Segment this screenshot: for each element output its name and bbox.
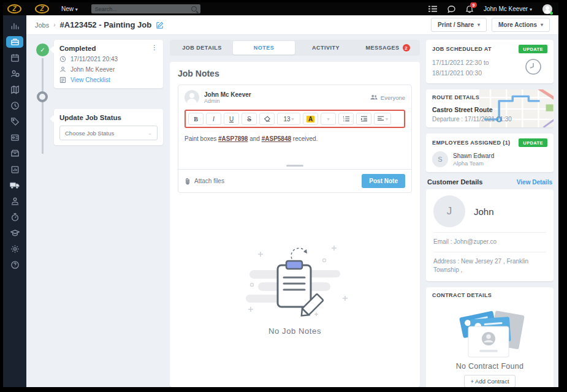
global-search[interactable] [91, 4, 200, 13]
note-text-input[interactable]: Paint boxes #ASP7898 and #ASP5848 receiv… [178, 132, 411, 164]
user-avatar[interactable] [542, 4, 552, 14]
queue-list-icon[interactable] [428, 6, 437, 12]
sidebar-item-tags[interactable] [6, 116, 23, 127]
brand-logo-icon[interactable]: Z [35, 4, 49, 13]
scheduled-heading: JOB SCHEDULED AT [432, 46, 492, 52]
tab-activity[interactable]: ACTIVITY [295, 41, 357, 55]
checklist-icon [59, 77, 66, 83]
sidebar-item-help-icon[interactable] [6, 259, 23, 271]
sidebar-item-reports[interactable] [6, 164, 23, 175]
status-next-node [37, 91, 48, 102]
tab-job-details[interactable]: JOB DETAILS [171, 41, 233, 55]
update-status-title: Update Job Status [59, 114, 121, 121]
bold-button[interactable]: B [188, 113, 204, 125]
customer-name[interactable]: John [474, 206, 494, 217]
paperclip-icon [185, 178, 191, 185]
sidebar-item-timer[interactable] [6, 211, 23, 223]
contract-heading: CONTRACT DETAILS [432, 292, 492, 298]
sidebar-item-dispatch[interactable] [6, 179, 23, 191]
status-title: Completed [59, 45, 96, 52]
breadcrumb-jobs[interactable]: Jobs [35, 21, 49, 29]
empty-notes-state: No Job Notes [178, 193, 412, 380]
customer-avatar: J [433, 195, 465, 227]
user-menu[interactable]: John Mc Keever ▾ [484, 6, 532, 12]
align-button[interactable]: ▾ [374, 113, 391, 125]
job-notes-heading: Job Notes [178, 69, 412, 78]
breadcrumb: Jobs › #A123452 - Painting Job Print / S… [26, 15, 558, 35]
editor-resize-handle[interactable] [286, 165, 303, 167]
ordered-list-button[interactable] [338, 113, 354, 125]
view-checklist-link[interactable]: View Checklist [70, 77, 110, 83]
status-timeline-panel: ✓ Completed ⋮ 17/11/2021 20:43 [34, 40, 164, 387]
new-menu-button[interactable]: New ▾ [61, 6, 78, 12]
clear-format-eraser-button[interactable] [259, 113, 275, 125]
sidebar-item-settings-gear-icon[interactable] [6, 243, 23, 255]
employee-row[interactable]: S Shawn Edward Alpha Team [432, 151, 547, 167]
job-status-select[interactable]: Choose Job Status⌄ [59, 126, 158, 140]
indent-button[interactable] [356, 113, 371, 125]
formatting-toolbar: B I U S 13▾ A ▾ ▾ [185, 110, 405, 128]
clock-icon [59, 56, 66, 62]
text-color-button[interactable]: A [303, 113, 318, 125]
update-schedule-button[interactable]: UPDATE [519, 45, 547, 53]
view-details-link[interactable]: View Details [517, 179, 552, 186]
text-color-dropdown[interactable]: ▾ [321, 113, 336, 125]
schedule-start: 17/11/2021 22:30 to [432, 58, 489, 68]
status-completed-node: ✓ [36, 43, 49, 56]
author-avatar [185, 90, 199, 105]
schedule-end: 18/11/2021 00:30 [432, 68, 489, 78]
asset-hashtag-link[interactable]: #ASP7898 [218, 135, 248, 142]
tab-messages[interactable]: MESSAGES2 [357, 41, 419, 55]
sidebar-item-catalog[interactable] [6, 84, 23, 96]
notifications-bell-icon[interactable]: 9 [466, 5, 473, 13]
sidebar-item-jobs[interactable] [6, 36, 23, 48]
sidebar-item-invoices[interactable] [6, 132, 23, 143]
asset-hashtag-link[interactable]: #ASP5848 [262, 135, 291, 142]
customer-address: Address : New Jersey 27 , Franklin Towns… [433, 257, 546, 275]
page-title: #A123452 - Painting Job [60, 20, 152, 29]
note-editor: John Mc Keever Admin Everyone B [178, 85, 412, 193]
sidebar-item-training[interactable] [6, 227, 23, 239]
sidebar-item-analytics[interactable] [6, 20, 23, 32]
route-departure: Departure : 17/11/2021 21:30 [432, 116, 547, 123]
employee-avatar: S [432, 151, 448, 167]
status-kebab-menu-icon[interactable]: ⋮ [151, 45, 158, 51]
topbar: Z Z New ▾ 9 John Mc Keever ▾ [3, 2, 558, 15]
search-input[interactable] [95, 6, 191, 12]
app-frame: Z Z New ▾ 9 John Mc Keever ▾ [0, 0, 567, 392]
attach-files-button[interactable]: Attach files [185, 178, 224, 185]
employee-team: Alpha Team [453, 160, 494, 167]
update-employees-button[interactable]: UPDATE [519, 138, 547, 147]
customer-details-heading: Customer Details [427, 178, 482, 186]
job-tabs: JOB DETAILS NOTES ACTIVITY MESSAGES2 [170, 40, 420, 56]
strikethrough-button[interactable]: S [242, 113, 257, 125]
tab-notes[interactable]: NOTES [233, 41, 295, 55]
route-name: Castro Street Route [432, 106, 547, 113]
underline-button[interactable]: U [224, 113, 239, 125]
more-actions-button[interactable]: More Actions▾ [492, 18, 550, 32]
edit-title-icon[interactable] [156, 21, 164, 29]
route-details-card[interactable]: ROUTE DETAILS Castro Street Route Depart… [426, 89, 554, 127]
customer-card: J John Email : John@zuper.co Address : N… [426, 189, 554, 281]
status-user: John Mc Keever [70, 66, 115, 73]
job-detail-main: JOB DETAILS NOTES ACTIVITY MESSAGES2 Job… [170, 40, 420, 387]
sidebar-item-calendar[interactable] [6, 52, 23, 64]
completed-status-card: Completed ⋮ 17/11/2021 20:43 John Mc Kee… [54, 40, 163, 88]
add-contract-button[interactable]: + Add Contract [464, 375, 515, 388]
font-size-select[interactable]: 13▾ [277, 113, 300, 125]
sidebar-item-customers[interactable] [6, 68, 23, 80]
no-contract-illustration [450, 303, 530, 360]
online-status-dot [550, 12, 553, 15]
note-visibility-selector[interactable]: Everyone [370, 94, 405, 101]
italic-button[interactable]: I [206, 113, 221, 125]
update-status-card: Update Job Status Choose Job Status⌄ [54, 109, 163, 145]
no-contract-text: No Contract Found [432, 362, 547, 371]
status-datetime: 17/11/2021 20:43 [70, 56, 118, 62]
chat-icon[interactable] [447, 6, 455, 13]
sidebar-item-teams[interactable] [6, 195, 23, 207]
sidebar-item-payments[interactable] [6, 148, 23, 159]
route-heading: ROUTE DETAILS [432, 94, 479, 100]
post-note-button[interactable]: Post Note [362, 174, 405, 188]
print-share-button[interactable]: Print / Share▾ [431, 18, 487, 32]
sidebar-item-timesheets[interactable] [6, 100, 23, 111]
